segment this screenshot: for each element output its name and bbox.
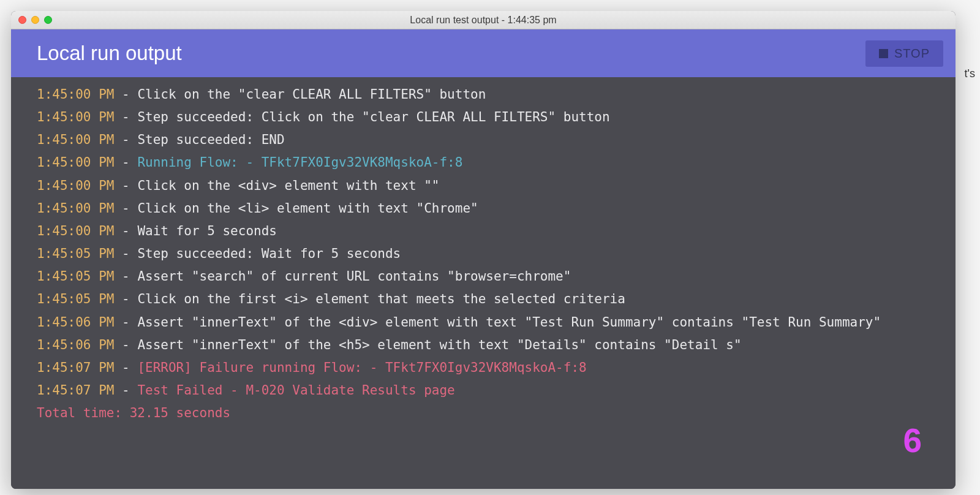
log-message: Step succeeded: Click on the "clear CLEA… — [137, 110, 609, 124]
log-line: 1:45:00 PM - Wait for 5 seconds — [37, 220, 930, 243]
log-separator: - — [114, 110, 137, 124]
log-timestamp: 1:45:00 PM — [37, 201, 114, 216]
log-separator: - — [114, 201, 137, 216]
log-message: Click on the <li> element with text "Chr… — [137, 201, 478, 216]
log-separator: - — [114, 246, 137, 261]
log-line: 1:45:00 PM - Step succeeded: Click on th… — [37, 106, 930, 129]
output-window: Local run test output - 1:44:35 pm Local… — [11, 11, 956, 489]
log-timestamp: 1:45:05 PM — [37, 269, 114, 284]
log-message: Running Flow: - TFkt7FX0Igv32VK8MqskoA-f… — [137, 155, 462, 170]
console-output[interactable]: 1:45:00 PM - Click on the "clear CLEAR A… — [11, 77, 956, 489]
log-timestamp: 1:45:00 PM — [37, 178, 114, 193]
log-line: 1:45:00 PM - Step succeeded: END — [37, 129, 930, 151]
log-line: 1:45:05 PM - Click on the first <i> elem… — [37, 288, 930, 311]
log-separator: - — [114, 383, 137, 398]
log-line: 1:45:05 PM - Assert "search" of current … — [37, 265, 930, 288]
log-separator: - — [114, 338, 137, 352]
stop-button[interactable]: STOP — [865, 40, 943, 67]
log-message: [ERROR] Failure running Flow: - TFkt7FX0… — [137, 360, 586, 375]
close-icon[interactable] — [18, 16, 26, 24]
log-message: Test Failed - M-020 Validate Results pag… — [137, 383, 454, 398]
log-separator: - — [114, 269, 137, 284]
log-line: 1:45:06 PM - Assert "innerText" of the <… — [37, 311, 930, 334]
maximize-icon[interactable] — [44, 16, 52, 24]
background-hint-text: t's — [965, 67, 975, 80]
log-separator: - — [114, 178, 137, 193]
log-separator: - — [114, 292, 137, 306]
log-line: 1:45:00 PM - Click on the "clear CLEAR A… — [37, 83, 930, 106]
minimize-icon[interactable] — [31, 16, 39, 24]
stop-button-label: STOP — [894, 47, 930, 61]
page-title: Local run output — [37, 42, 182, 65]
window-title: Local run test output - 1:44:35 pm — [410, 15, 556, 26]
log-message: Click on the <div> element with text "" — [137, 178, 439, 193]
total-time: Total time: 32.15 seconds — [37, 402, 930, 425]
log-timestamp: 1:45:00 PM — [37, 224, 114, 238]
log-line: 1:45:07 PM - Test Failed - M-020 Validat… — [37, 379, 930, 402]
log-separator: - — [114, 224, 137, 238]
log-timestamp: 1:45:00 PM — [37, 110, 114, 124]
header-bar: Local run output STOP — [11, 29, 956, 77]
log-separator: - — [114, 360, 137, 375]
log-timestamp: 1:45:07 PM — [37, 360, 114, 375]
log-timestamp: 1:45:00 PM — [37, 87, 114, 102]
annotation-number: 6 — [903, 411, 922, 470]
log-timestamp: 1:45:00 PM — [37, 155, 114, 170]
log-separator: - — [114, 132, 137, 147]
log-line: 1:45:06 PM - Assert "innerText" of the <… — [37, 334, 930, 357]
log-timestamp: 1:45:06 PM — [37, 338, 114, 352]
log-separator: - — [114, 155, 137, 170]
log-timestamp: 1:45:05 PM — [37, 292, 114, 306]
stop-icon — [879, 49, 888, 58]
log-message: Assert "innerText" of the <h5> element w… — [137, 338, 741, 352]
log-message: Click on the "clear CLEAR ALL FILTERS" b… — [137, 87, 486, 102]
log-message: Step succeeded: END — [137, 132, 284, 147]
log-line: 1:45:00 PM - Click on the <li> element w… — [37, 197, 930, 220]
log-timestamp: 1:45:06 PM — [37, 315, 114, 330]
log-message: Wait for 5 seconds — [137, 224, 277, 238]
log-line: 1:45:05 PM - Step succeeded: Wait for 5 … — [37, 243, 930, 265]
log-line: 1:45:07 PM - [ERROR] Failure running Flo… — [37, 357, 930, 379]
titlebar[interactable]: Local run test output - 1:44:35 pm — [11, 11, 956, 29]
log-timestamp: 1:45:00 PM — [37, 132, 114, 147]
log-message: Step succeeded: Wait for 5 seconds — [137, 246, 401, 261]
log-separator: - — [114, 315, 137, 330]
log-separator: - — [114, 87, 137, 102]
log-message: Click on the first <i> element that meet… — [137, 292, 625, 306]
log-line: 1:45:00 PM - Click on the <div> element … — [37, 175, 930, 197]
log-line: 1:45:00 PM - Running Flow: - TFkt7FX0Igv… — [37, 151, 930, 174]
log-message: Assert "search" of current URL contains … — [137, 269, 571, 284]
log-message: Assert "innerText" of the <div> element … — [137, 315, 881, 330]
log-timestamp: 1:45:07 PM — [37, 383, 114, 398]
traffic-lights — [18, 16, 52, 24]
log-timestamp: 1:45:05 PM — [37, 246, 114, 261]
